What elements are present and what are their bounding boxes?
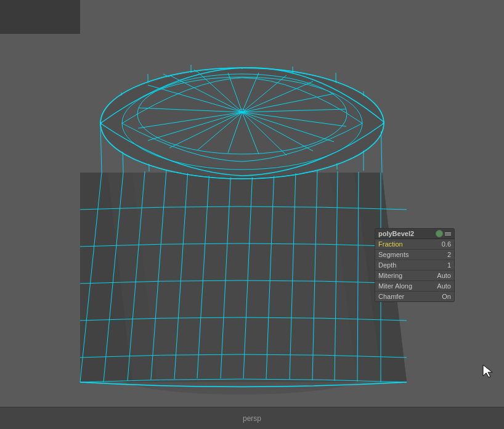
panel-visibility-icon[interactable] (436, 230, 443, 237)
panel-menu-icon[interactable] (445, 232, 451, 235)
panel-row-label: Segments (378, 251, 409, 258)
panel-row-value[interactable]: Auto (429, 272, 451, 279)
poly-bevel-panel: polyBevel2 Fraction0.6Segments2Depth1Mit… (375, 228, 455, 302)
bottom-bar: persp (0, 407, 504, 429)
viewport: polyBevel2 Fraction0.6Segments2Depth1Mit… (0, 0, 504, 429)
panel-row-label: Mitering (378, 272, 402, 279)
3d-scene (0, 0, 504, 407)
panel-row-value[interactable]: Auto (429, 282, 451, 290)
panel-rows-container: Fraction0.6Segments2Depth1MiteringAutoMi… (375, 239, 454, 301)
viewport-label: persp (243, 414, 261, 423)
panel-title: polyBevel2 (378, 230, 414, 237)
panel-row[interactable]: Miter AlongAuto (375, 281, 454, 292)
panel-row-value[interactable]: On (429, 293, 451, 300)
panel-row[interactable]: Fraction0.6 (375, 239, 454, 250)
panel-row[interactable]: Depth1 (375, 260, 454, 271)
panel-row-value[interactable]: 0.6 (429, 240, 451, 248)
panel-row[interactable]: MiteringAuto (375, 271, 454, 281)
svg-rect-1 (0, 0, 80, 34)
panel-icons (436, 230, 451, 237)
panel-row-value[interactable]: 2 (429, 251, 451, 258)
panel-row[interactable]: ChamferOn (375, 292, 454, 301)
panel-row-value[interactable]: 1 (429, 261, 451, 269)
panel-row-label: Chamfer (378, 293, 404, 300)
panel-row-label: Fraction (378, 240, 403, 248)
panel-row[interactable]: Segments2 (375, 250, 454, 260)
panel-header: polyBevel2 (375, 229, 454, 239)
panel-row-label: Depth (378, 261, 396, 269)
panel-row-label: Miter Along (378, 282, 412, 290)
